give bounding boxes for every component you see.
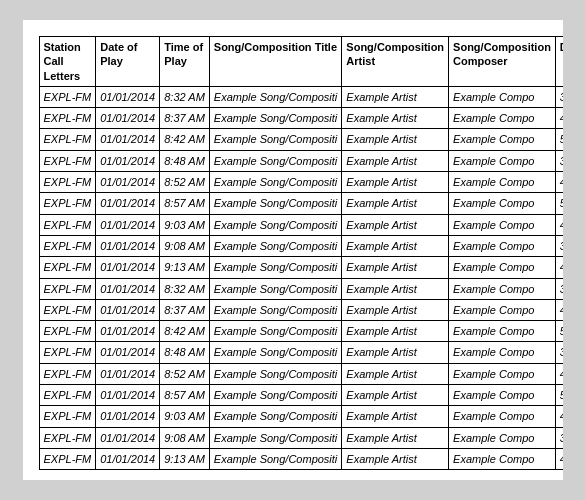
table-row: EXPL-FM01/01/20148:42 AMExample Song/Com… (39, 321, 563, 342)
table-cell: 3:15 (555, 150, 562, 171)
table-cell: EXPL-FM (39, 214, 96, 235)
header-date: Date of Play (96, 37, 160, 87)
table-cell: EXPL-FM (39, 257, 96, 278)
table-cell: 8:48 AM (160, 342, 210, 363)
table-cell: 01/01/2014 (96, 321, 160, 342)
table-cell: 4:10 (555, 172, 562, 193)
table-cell: Example Song/Compositi (209, 385, 342, 406)
table-cell: 3:33 (555, 86, 562, 107)
table-cell: Example Compo (449, 321, 556, 342)
table-cell: Example Artist (342, 257, 449, 278)
table-row: EXPL-FM01/01/20148:42 AMExample Song/Com… (39, 129, 563, 150)
table-cell: 5:02 (555, 129, 562, 150)
table-cell: Example Compo (449, 278, 556, 299)
table-cell: 9:13 AM (160, 257, 210, 278)
table-cell: Example Artist (342, 129, 449, 150)
table-cell: 9:13 AM (160, 448, 210, 469)
table-cell: Example Compo (449, 257, 556, 278)
table-cell: 4:05 (555, 257, 562, 278)
table-cell: Example Artist (342, 299, 449, 320)
header-station: Station Call Letters (39, 37, 96, 87)
table-cell: Example Compo (449, 406, 556, 427)
page-container: Station Call Letters Date of Play Time o… (23, 20, 563, 480)
table-cell: EXPL-FM (39, 86, 96, 107)
header-title: Song/Composition Title (209, 37, 342, 87)
table-header-row: Station Call Letters Date of Play Time o… (39, 37, 563, 87)
table-cell: Example Song/Compositi (209, 129, 342, 150)
table-cell: EXPL-FM (39, 427, 96, 448)
table-cell: Example Compo (449, 172, 556, 193)
play-log-table: Station Call Letters Date of Play Time o… (39, 36, 563, 470)
table-cell: 01/01/2014 (96, 385, 160, 406)
table-cell: Example Compo (449, 86, 556, 107)
table-cell: Example Song/Compositi (209, 406, 342, 427)
table-cell: 3:15 (555, 342, 562, 363)
table-cell: Example Song/Compositi (209, 448, 342, 469)
table-cell: Example Artist (342, 235, 449, 256)
table-cell: Example Compo (449, 235, 556, 256)
table-cell: Example Song/Compositi (209, 214, 342, 235)
table-cell: 9:03 AM (160, 214, 210, 235)
table-row: EXPL-FM01/01/20148:48 AMExample Song/Com… (39, 342, 563, 363)
table-cell: 01/01/2014 (96, 406, 160, 427)
table-cell: Example Song/Compositi (209, 299, 342, 320)
table-cell: Example Compo (449, 363, 556, 384)
table-cell: Example Compo (449, 150, 556, 171)
table-cell: EXPL-FM (39, 406, 96, 427)
table-cell: 4:15 (555, 108, 562, 129)
table-cell: EXPL-FM (39, 299, 96, 320)
table-cell: Example Artist (342, 193, 449, 214)
table-cell: 3:33 (555, 278, 562, 299)
table-cell: Example Song/Compositi (209, 427, 342, 448)
header-time: Time of Play (160, 37, 210, 87)
table-cell: Example Compo (449, 214, 556, 235)
table-cell: Example Song/Compositi (209, 342, 342, 363)
table-cell: Example Artist (342, 150, 449, 171)
table-cell: 01/01/2014 (96, 193, 160, 214)
table-cell: 01/01/2014 (96, 214, 160, 235)
table-cell: Example Compo (449, 299, 556, 320)
table-row: EXPL-FM01/01/20148:32 AMExample Song/Com… (39, 278, 563, 299)
table-cell: EXPL-FM (39, 172, 96, 193)
table-cell: EXPL-FM (39, 129, 96, 150)
table-cell: Example Compo (449, 108, 556, 129)
table-cell: Example Artist (342, 86, 449, 107)
table-cell: 01/01/2014 (96, 108, 160, 129)
table-row: EXPL-FM01/01/20148:57 AMExample Song/Com… (39, 385, 563, 406)
table-cell: 8:37 AM (160, 299, 210, 320)
table-cell: Example Song/Compositi (209, 363, 342, 384)
table-cell: EXPL-FM (39, 150, 96, 171)
table-row: EXPL-FM01/01/20149:08 AMExample Song/Com… (39, 235, 563, 256)
table-cell: 8:42 AM (160, 321, 210, 342)
table-cell: Example Artist (342, 385, 449, 406)
table-cell: 8:52 AM (160, 172, 210, 193)
header-composer: Song/Composition Composer (449, 37, 556, 87)
table-cell: EXPL-FM (39, 342, 96, 363)
table-row: EXPL-FM01/01/20148:57 AMExample Song/Com… (39, 193, 563, 214)
table-cell: EXPL-FM (39, 108, 96, 129)
table-row: EXPL-FM01/01/20148:37 AMExample Song/Com… (39, 299, 563, 320)
table-row: EXPL-FM01/01/20149:03 AMExample Song/Com… (39, 406, 563, 427)
header-duration: Duration (555, 37, 562, 87)
table-cell: Example Artist (342, 342, 449, 363)
table-row: EXPL-FM01/01/20149:08 AMExample Song/Com… (39, 427, 563, 448)
table-cell: 8:32 AM (160, 86, 210, 107)
table-cell: Example Song/Compositi (209, 235, 342, 256)
table-cell: EXPL-FM (39, 363, 96, 384)
table-cell: EXPL-FM (39, 385, 96, 406)
table-cell: 5:55 (555, 385, 562, 406)
table-cell: EXPL-FM (39, 321, 96, 342)
table-cell: 4:15 (555, 299, 562, 320)
table-row: EXPL-FM01/01/20148:52 AMExample Song/Com… (39, 172, 563, 193)
table-cell: Example Compo (449, 342, 556, 363)
table-cell: 01/01/2014 (96, 278, 160, 299)
table-cell: 8:42 AM (160, 129, 210, 150)
table-cell: Example Song/Compositi (209, 150, 342, 171)
table-cell: 8:57 AM (160, 193, 210, 214)
table-cell: 4:20 (555, 214, 562, 235)
table-row: EXPL-FM01/01/20149:03 AMExample Song/Com… (39, 214, 563, 235)
table-cell: Example Song/Compositi (209, 193, 342, 214)
table-cell: Example Artist (342, 278, 449, 299)
table-cell: 4:20 (555, 406, 562, 427)
table-cell: Example Compo (449, 427, 556, 448)
